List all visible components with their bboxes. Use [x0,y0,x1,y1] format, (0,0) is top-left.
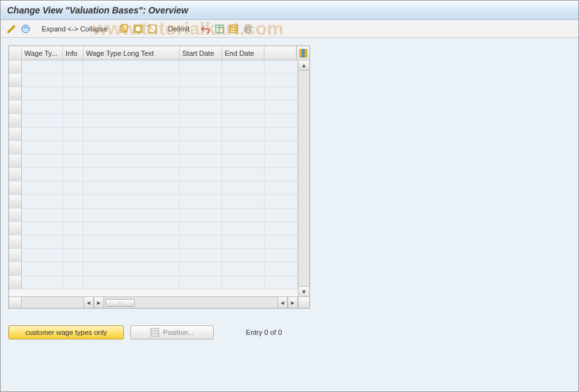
cell-info[interactable] [63,249,83,262]
cell-long-text[interactable] [83,74,180,87]
row-selector[interactable] [9,101,22,114]
cell-end-date[interactable] [222,222,264,235]
table-row[interactable] [9,249,298,262]
cell-long-text[interactable] [83,87,180,100]
cell-info[interactable] [63,235,83,248]
cell-wage-type[interactable] [22,74,63,87]
delimit-button[interactable]: Delimit [166,25,193,33]
col-start-date[interactable]: Start Date [180,46,222,60]
cell-info[interactable] [63,101,83,114]
row-selector[interactable] [9,60,22,73]
scroll-left2-icon[interactable]: ◄ [277,297,288,308]
cell-start-date[interactable] [180,141,222,154]
cell-info[interactable] [63,128,83,141]
table-row[interactable] [9,101,298,114]
table-row[interactable] [9,87,298,101]
cell-start-date[interactable] [180,168,222,181]
row-selector[interactable] [9,141,22,154]
table-settings-icon[interactable] [214,23,225,35]
cell-end-date[interactable] [222,114,264,127]
cell-wage-type[interactable] [22,128,63,141]
cell-info[interactable] [63,195,83,208]
row-selector[interactable] [9,182,22,194]
cell-long-text[interactable] [83,195,180,208]
row-selector[interactable] [9,74,22,87]
print-icon[interactable] [242,23,254,35]
cell-wage-type[interactable] [22,249,63,262]
cell-info[interactable] [63,182,83,194]
cell-start-date[interactable] [180,195,222,208]
cell-long-text[interactable] [83,101,180,114]
cell-end-date[interactable] [222,74,264,87]
cell-wage-type[interactable] [22,182,63,194]
cell-wage-type[interactable] [22,141,63,154]
hscroll-thumb[interactable]: ∷ [105,299,135,307]
cell-start-date[interactable] [180,222,222,235]
cell-start-date[interactable] [180,128,222,141]
cell-long-text[interactable] [83,262,180,275]
row-selector[interactable] [9,87,22,100]
cell-long-text[interactable] [83,155,180,167]
cell-end-date[interactable] [222,168,264,181]
table-row[interactable] [9,155,298,168]
row-selector[interactable] [9,262,22,275]
cell-end-date[interactable] [222,235,264,248]
cell-end-date[interactable] [222,276,264,289]
cell-long-text[interactable] [83,168,180,181]
cell-start-date[interactable] [180,101,222,114]
table-row[interactable] [9,222,298,235]
cell-long-text[interactable] [83,235,180,248]
cell-info[interactable] [63,155,83,167]
col-end-date[interactable]: End Date [222,46,264,60]
row-selector[interactable] [9,235,22,248]
cell-wage-type[interactable] [22,60,63,73]
other-view-icon[interactable] [20,23,31,35]
cell-wage-type[interactable] [22,195,63,208]
customer-wage-types-button[interactable]: customer wage types only [8,325,124,339]
cell-info[interactable] [63,74,83,87]
col-wage-type[interactable]: Wage Ty... [22,46,63,60]
cell-start-date[interactable] [180,262,222,275]
configure-columns-icon[interactable] [297,46,309,60]
cell-end-date[interactable] [222,262,264,275]
cell-wage-type[interactable] [22,168,63,181]
cell-info[interactable] [63,87,83,100]
cell-start-date[interactable] [180,60,222,73]
cell-wage-type[interactable] [22,155,63,167]
row-selector-header[interactable] [9,46,22,60]
cell-start-date[interactable] [180,235,222,248]
cell-start-date[interactable] [180,114,222,127]
cell-info[interactable] [63,262,83,275]
cell-long-text[interactable] [83,128,180,141]
cell-end-date[interactable] [222,141,264,154]
col-info[interactable]: Info [63,46,83,60]
expand-collapse-button[interactable]: Expand <-> Collapse [39,25,110,33]
cell-info[interactable] [63,168,83,181]
cell-start-date[interactable] [180,87,222,100]
undo-icon[interactable] [200,23,211,35]
cell-end-date[interactable] [222,195,264,208]
cell-info[interactable] [63,141,83,154]
cell-long-text[interactable] [83,209,180,221]
cell-start-date[interactable] [180,209,222,221]
cell-wage-type[interactable] [22,209,63,221]
cell-start-date[interactable] [180,182,222,194]
copy-icon[interactable] [118,23,130,35]
vertical-scrollbar[interactable]: ▲ ▼ [298,60,309,296]
scroll-track[interactable] [298,71,309,286]
cell-start-date[interactable] [180,74,222,87]
cell-long-text[interactable] [83,60,180,73]
row-selector[interactable] [9,276,22,289]
cell-wage-type[interactable] [22,262,63,275]
cell-start-date[interactable] [180,155,222,167]
cell-end-date[interactable] [222,182,264,194]
scroll-up-icon[interactable]: ▲ [298,60,309,71]
scroll-left-icon[interactable]: ◄ [83,297,94,308]
cell-wage-type[interactable] [22,114,63,127]
table-row[interactable] [9,182,298,195]
table-row[interactable] [9,168,298,182]
select-block-icon[interactable] [228,23,239,35]
display-change-icon[interactable] [6,23,17,35]
cell-end-date[interactable] [222,249,264,262]
cell-info[interactable] [63,209,83,221]
